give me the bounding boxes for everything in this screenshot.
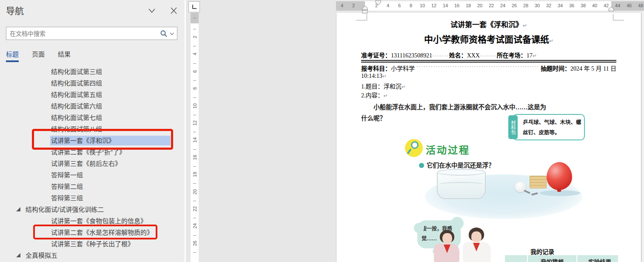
ruler-number: 6 bbox=[192, 67, 197, 75]
ruler-tick bbox=[193, 63, 196, 64]
ruler-number: 28 bbox=[523, 3, 528, 8]
nav-heading-item[interactable]: 答辩第三组 bbox=[0, 192, 185, 204]
double-rule bbox=[361, 60, 616, 63]
exam-info-row: 准考证号：13111623508921·······姓名：XXX·······所… bbox=[361, 51, 537, 59]
nav-tab-1[interactable]: 页面 bbox=[32, 49, 45, 62]
navigation-pane-title: 导航 bbox=[6, 4, 24, 17]
nav-heading-label: 答辩第三组 bbox=[51, 194, 83, 202]
ruler-number: 20 bbox=[477, 3, 482, 8]
collapse-triangle-icon[interactable] bbox=[16, 253, 20, 257]
chevron-down-icon[interactable] bbox=[148, 7, 156, 14]
record-cell-empty bbox=[505, 255, 527, 262]
ruler-tick bbox=[193, 80, 196, 81]
ruler-number: 40 bbox=[592, 3, 597, 8]
ruler-number: 32 bbox=[546, 3, 551, 8]
document-search-box[interactable] bbox=[6, 27, 177, 40]
nav-heading-item[interactable]: 结构化面试第三组 bbox=[0, 66, 185, 77]
first-line-indent-marker[interactable] bbox=[375, 0, 381, 6]
ruler-number: 22 bbox=[192, 205, 197, 213]
nav-heading-label: 试讲第三套《前后左右》 bbox=[51, 160, 121, 167]
vertical-ruler[interactable]: 2468101214161820222426 bbox=[191, 13, 199, 262]
ruler-number: 4 bbox=[341, 3, 343, 8]
nav-heading-item[interactable]: 试讲第三套《种子长出了根》 bbox=[0, 238, 185, 250]
glass-bowl bbox=[437, 170, 486, 199]
material-pack-tab: 材料包 bbox=[508, 115, 518, 139]
nav-heading-label: 结构化面试第七组 bbox=[51, 114, 102, 121]
nav-heading-item[interactable]: 答辩第二组 bbox=[0, 181, 185, 192]
activity-badge bbox=[405, 139, 423, 157]
paragraph-mark: ↵ bbox=[533, 53, 537, 59]
ruler-number: 48 bbox=[638, 3, 643, 8]
material-pack-box: 乒乓球、气球、木块、螺丝钉、皮筋等。 bbox=[513, 114, 585, 140]
close-icon[interactable] bbox=[169, 7, 178, 14]
nav-heading-item[interactable]: 结构化面试/试讲强化训练二 bbox=[0, 204, 185, 215]
ruler-number: 36 bbox=[569, 3, 574, 8]
hanging-indent-marker[interactable] bbox=[362, 6, 368, 14]
ruler-number: 20 bbox=[192, 188, 197, 196]
ruler-tick bbox=[193, 132, 196, 132]
ruler-number: 38 bbox=[581, 3, 586, 8]
ruler-number: 24 bbox=[192, 222, 197, 230]
horizontal-ruler[interactable]: 4224681012141618202224262830323436384042… bbox=[336, 1, 644, 11]
ruler-tick bbox=[193, 235, 196, 236]
wood-block bbox=[530, 176, 547, 188]
ruler-number: 6 bbox=[398, 3, 401, 8]
ruler-tick bbox=[193, 149, 196, 150]
search-input[interactable] bbox=[6, 30, 160, 37]
paragraph-mark: ↵ bbox=[523, 23, 527, 28]
dotted-leader: ········································… bbox=[416, 64, 539, 72]
nav-heading-label: 试讲第三套《种子长出了根》 bbox=[51, 240, 134, 248]
nav-heading-label: 结构化面试第三组 bbox=[51, 68, 102, 75]
nav-heading-label: 全真模拟五 bbox=[26, 252, 57, 259]
record-table-header: 我的猜想 实验结果 bbox=[505, 255, 618, 262]
ruler-number: 14 bbox=[443, 3, 448, 8]
nav-tab-bar: 标题页面结果 bbox=[6, 49, 84, 62]
ruler-number: 24 bbox=[500, 3, 505, 8]
annotation-red-box-1 bbox=[32, 129, 173, 150]
ruler-tick bbox=[193, 18, 196, 18]
right-indent-marker[interactable] bbox=[608, 6, 614, 12]
nav-heading-label: 试讲第一套《食物包装上的信息》 bbox=[51, 217, 147, 225]
ruler-tick bbox=[193, 218, 196, 218]
ruler-number: 2 bbox=[352, 3, 355, 8]
nav-heading-label: 答辩第一组 bbox=[51, 171, 83, 179]
nav-heading-item[interactable]: 全真模拟五 bbox=[0, 250, 185, 261]
ruler-number: 18 bbox=[466, 3, 471, 8]
nav-heading-label: 答辩第二组 bbox=[51, 183, 83, 190]
girl1-red-scarf bbox=[444, 245, 450, 253]
girl2-red-scarf bbox=[473, 243, 480, 251]
content-line: 2.内容：↵ bbox=[361, 91, 388, 99]
nav-tab-2[interactable]: 结果 bbox=[58, 49, 71, 62]
ruler-tick bbox=[193, 183, 196, 184]
students-photo bbox=[431, 228, 504, 262]
ruler-number: 12 bbox=[431, 3, 436, 8]
search-icon[interactable] bbox=[160, 30, 168, 37]
search-dropdown-chevron-icon[interactable] bbox=[169, 31, 174, 36]
nav-tab-0[interactable]: 标题 bbox=[6, 49, 19, 62]
tab-stop-selector[interactable] bbox=[188, 1, 200, 12]
nav-heading-label: 结构化面试/试讲强化训练二 bbox=[26, 206, 104, 213]
document-page[interactable]: 试讲第一套《浮和沉》↵ 中小学教师资格考试面试备课纸↵ 准考证号：1311162… bbox=[336, 13, 641, 262]
ruler-tick bbox=[193, 115, 196, 115]
nav-heading-item[interactable]: 结构化面试第六组 bbox=[0, 100, 185, 112]
topic-line: 1.题目：浮和沉↵ bbox=[361, 82, 406, 90]
nav-heading-item[interactable]: 答辩第一组 bbox=[0, 169, 185, 181]
document-heading-2: 中小学教师资格考试面试备课纸↵ bbox=[336, 32, 641, 45]
ruler-tick bbox=[193, 46, 196, 46]
magnifier-icon bbox=[411, 141, 419, 149]
subject-info-row: 报考科目：小学科学 ······························… bbox=[361, 64, 616, 72]
paragraph-mark: ↵ bbox=[549, 38, 553, 44]
nav-heading-item[interactable]: 试讲第三套《前后左右》 bbox=[0, 158, 185, 169]
textbook-figure: 小船能浮在水面上，我们套上游泳圈就不会沉入水中……这是为什么呢？ 乒乓球、气球、… bbox=[361, 100, 618, 262]
ruler-number: 16 bbox=[454, 3, 459, 8]
ruler-number: 8 bbox=[410, 3, 412, 8]
page-right-edge bbox=[642, 11, 644, 262]
ruler-number: 14 bbox=[192, 136, 197, 144]
nav-heading-label: 结构化面试第五组 bbox=[51, 91, 102, 98]
collapse-triangle-icon[interactable] bbox=[16, 207, 20, 211]
annotation-red-box-2 bbox=[33, 225, 157, 239]
nav-heading-item[interactable]: 结构化面试第四组 bbox=[0, 77, 185, 89]
nav-heading-item[interactable]: 结构化面试第五组 bbox=[0, 89, 185, 100]
girl2-face bbox=[471, 231, 482, 242]
nav-heading-item[interactable]: 结构化面试第七组 bbox=[0, 112, 185, 123]
